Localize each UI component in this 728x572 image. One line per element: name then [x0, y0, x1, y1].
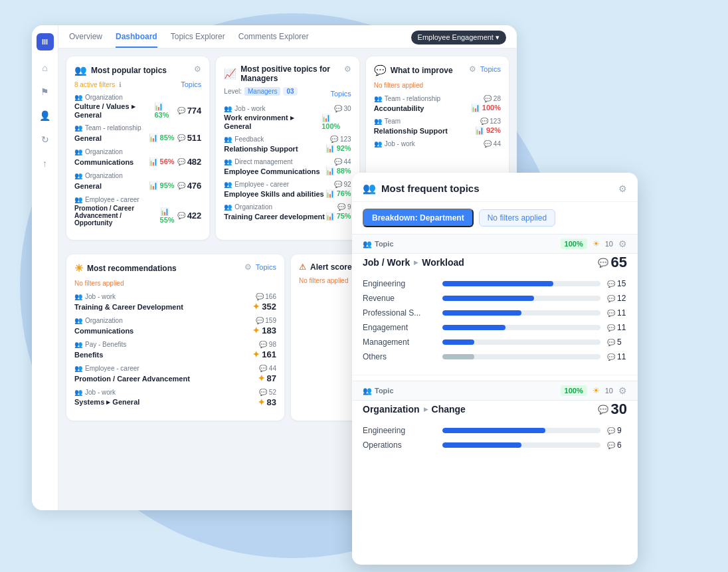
rec-title: ☀ Most recommendations: [74, 262, 177, 274]
popular-title: 👥 Most popular topics: [74, 64, 167, 76]
improve-topic-3: 👥Job - work💬 44: [374, 140, 501, 147]
positive-topic-3: 👥Direct management💬 44 Employee Communic…: [224, 158, 351, 175]
popular-topics-widget: 👥 Most popular topics ⚙ 8 active filters…: [66, 56, 209, 240]
dept2-engineering: Engineering 💬9: [363, 423, 627, 438]
positive-topic-4: 👥Employee - career💬 92 Employee Skills a…: [224, 181, 351, 198]
level-count: 03: [283, 87, 297, 96]
nav-bar: Overview Dashboard Topics Explorer Comme…: [58, 25, 517, 48]
tab-topics-explorer[interactable]: Topics Explorer: [171, 32, 225, 48]
refresh-icon[interactable]: ↻: [39, 133, 52, 146]
topic-main-count-1: 💬 65: [598, 254, 627, 271]
rec-topic-1: 👥Job - work💬 166 Training & Career Devel…: [74, 293, 276, 312]
popular-gear[interactable]: ⚙: [194, 64, 201, 74]
popular-topic-2: 👥Team - relationship General 📊 85% 💬511: [74, 124, 201, 143]
dept2-operations: Operations 💬6: [363, 438, 627, 452]
topic-main-row-1: Job / Work ▸ Workload 💬 65: [363, 254, 627, 271]
bar-engineering: [442, 281, 600, 286]
positive-topic-1: 👥Job - work💬 30 Work environment ▸ Gener…: [224, 105, 351, 130]
icon-org: 👥: [74, 94, 82, 101]
level-chip[interactable]: Managers: [244, 87, 280, 96]
breakdown-button[interactable]: Breakdown: Department: [363, 209, 474, 227]
frequent-topics-card: 👥 Most frequent topics ⚙ Breakdown: Depa…: [352, 173, 638, 565]
tab-dashboard[interactable]: Dashboard: [116, 32, 157, 48]
col-settings[interactable]: ⚙: [618, 238, 627, 249]
rec-icon: ☀: [74, 262, 83, 274]
popular-info-icon: ℹ: [119, 81, 122, 88]
rec-gear[interactable]: ⚙: [244, 262, 252, 272]
col-meta-header: 100% ☀ 10 ⚙: [561, 238, 627, 249]
positive-topics-link[interactable]: Topics: [330, 90, 351, 98]
app-logo[interactable]: III: [37, 33, 54, 50]
sun-col-icon: ☀: [592, 239, 600, 248]
home-icon[interactable]: ⌂: [39, 61, 52, 74]
improve-icon: 💬: [374, 64, 387, 76]
bar-revenue: [442, 296, 600, 301]
popular-topic-1: 👥Organization Culture / Values ▸ General…: [74, 94, 201, 119]
users-icon[interactable]: 👤: [39, 109, 52, 122]
dept-row-management: Management 💬5: [363, 335, 627, 349]
rec-topics-link[interactable]: Topics: [256, 263, 276, 271]
alert-icon: ⚠: [299, 262, 306, 272]
dept-row-others: Others 💬11: [363, 349, 627, 364]
recommendations-widget: ☀ Most recommendations ⚙ Topics No filte…: [66, 254, 284, 421]
rec-topic-4: 👥Employee - career💬 44 Promotion / Caree…: [74, 365, 276, 383]
improve-no-filters: No filters applied: [374, 82, 423, 89]
bar2-engineering: [442, 428, 600, 433]
tab-overview[interactable]: Overview: [69, 32, 102, 48]
flag-icon[interactable]: ⚑: [39, 85, 52, 98]
improve-topics-link[interactable]: Topics: [480, 65, 501, 73]
bar2-operations: [442, 442, 600, 448]
positive-title: 📈 Most positive topics for Managers: [224, 64, 343, 83]
bar-professional: [442, 310, 600, 316]
improve-title: 💬 What to improve: [374, 64, 453, 76]
positive-topic-5: 👥Organization💬 9 Training Career develop…: [224, 203, 351, 221]
topic-main-name-1: Job / Work ▸ Workload: [363, 257, 464, 268]
col-topic-header-2: 👥 Topic: [363, 387, 394, 395]
scroll-area[interactable]: Job / Work ▸ Workload 💬 65 Engineering 💬…: [352, 254, 638, 565]
section-col-header-2: 👥 Topic 100% ☀ 10 ⚙: [352, 381, 638, 401]
rec-no-filters: No filters applied: [74, 280, 124, 287]
alert-no-filters: No filters applied: [299, 277, 348, 284]
left-sidebar: III ⌂ ⚑ 👤 ↻ ↑: [32, 25, 58, 510]
positive-topics-widget: 📈 Most positive topics for Managers ⚙ Le…: [216, 56, 359, 240]
positive-topic-2: 👥Feedback💬 123 Relationship Support📊 92%: [224, 136, 351, 153]
filter-row: Breakdown: Department No filters applied: [352, 202, 638, 234]
bar-others: [442, 354, 600, 359]
level-badge: Level: Managers 03: [224, 87, 297, 96]
popular-topic-3: 👥Organization Communications 📊 56% 💬482: [74, 148, 201, 167]
topic-main-name-2: Organization ▸ Change: [363, 404, 466, 415]
popular-filter: 8 active filters: [74, 81, 115, 88]
employee-engagement-badge[interactable]: Employee Engagement ▾: [411, 31, 506, 45]
bar-engagement: [442, 325, 600, 330]
tab-comments-explorer[interactable]: Comments Explorer: [238, 32, 309, 48]
popular-topics-link[interactable]: Topics: [181, 80, 201, 88]
popular-icon: 👥: [74, 64, 87, 76]
popular-topic-4: 👥Organization General 📊 95% 💬476: [74, 172, 201, 191]
rec-topic-2: 👥Organization💬 159 Communications✦ 183: [74, 317, 276, 335]
improve-topic-1: 👥Team - relationship💬 28 Accountability📊…: [374, 95, 501, 112]
icon-team: 👥: [74, 124, 82, 132]
section-divider: [352, 375, 638, 375]
topic-section-2: Organization ▸ Change 💬 30 Engineering 💬…: [352, 401, 638, 460]
bar-management: [442, 339, 600, 345]
rec-topic-5: 👥Job - work💬 52 Systems ▸ General✦ 83: [74, 389, 276, 407]
positive-icon: 📈: [224, 68, 236, 80]
dept-row-engagement: Engagement 💬11: [363, 320, 627, 335]
upload-icon[interactable]: ↑: [39, 157, 52, 170]
alert-title: ⚠ Alert score: [299, 262, 352, 272]
frequent-icon: 👥: [363, 182, 376, 195]
topic-section-1: Job / Work ▸ Workload 💬 65 Engineering 💬…: [352, 254, 638, 372]
col-pct: 100%: [561, 238, 587, 249]
frequent-header: 👥 Most frequent topics ⚙: [352, 173, 638, 202]
dept-row-revenue: Revenue 💬12: [363, 291, 627, 306]
no-filters-button[interactable]: No filters applied: [479, 209, 555, 227]
improve-topic-2: 👥Team💬 123 Relationship Support📊 92%: [374, 118, 501, 135]
col-topic-header: 👥 Topic: [363, 240, 394, 248]
rec-topic-3: 👥Pay - Benefits💬 98 Benefits✦ 161: [74, 341, 276, 359]
section-col-header: 👥 Topic 100% ☀ 10 ⚙: [352, 234, 638, 254]
dept-row-professional: Professional S... 💬11: [363, 306, 627, 320]
improve-gear[interactable]: ⚙: [469, 64, 476, 74]
col-sun-val: 10: [605, 240, 613, 248]
positive-gear[interactable]: ⚙: [344, 64, 351, 74]
frequent-settings[interactable]: ⚙: [618, 183, 627, 194]
